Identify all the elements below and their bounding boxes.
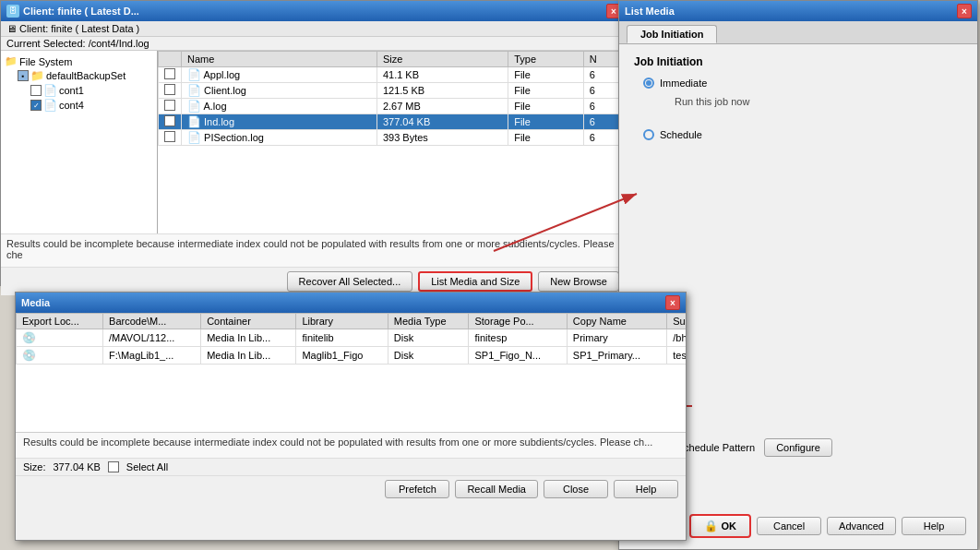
list-media-close-btn[interactable]: × — [957, 4, 972, 18]
new-browse-button[interactable]: New Browse — [538, 271, 619, 292]
main-content-area: 📁 File System ▪ 📁 defaultBackupSet 📄 con… — [1, 51, 627, 233]
tree-checkbox-cont4[interactable]: ✓ — [30, 100, 42, 111]
schedule-label: Schedule — [660, 129, 702, 140]
help-button[interactable]: Help — [902, 517, 966, 535]
advanced-button[interactable]: Advanced — [827, 517, 896, 535]
list-media-titlebar: List Media × — [619, 1, 977, 21]
client-icon: 🖥 — [6, 23, 17, 34]
client-name: Client: finite ( Latest Data ) — [19, 23, 139, 34]
tree-item-cont4[interactable]: ✓ 📄 cont4 — [5, 98, 153, 113]
list-media-size-button[interactable]: List Media and Size — [418, 271, 532, 292]
immediate-label: Immediate — [660, 78, 707, 89]
table-row[interactable]: 📄 A.log 2.67 MB File 6 — [159, 99, 627, 114]
folder-icon-defaultbackupset: 📁 — [30, 69, 44, 82]
media-status-text: Results could be incomplete because inte… — [23, 436, 652, 448]
media-help-button[interactable]: Help — [614, 480, 678, 498]
tab-job-initiation[interactable]: Job Initiation — [627, 25, 717, 43]
tree-label-defaultbackupset: defaultBackupSet — [46, 70, 125, 81]
col-name: Name — [182, 52, 377, 67]
select-all-label: Select All — [126, 461, 168, 472]
file-icon-a: 📄 — [187, 100, 201, 113]
tree-label-cont4: cont4 — [59, 100, 84, 111]
media-row1-icon: 💿 — [22, 331, 36, 344]
radio-immediate[interactable]: Immediate — [643, 78, 962, 89]
row-checkbox-ind[interactable] — [164, 115, 175, 126]
main-title: Client: finite ( Latest D... — [23, 6, 603, 17]
tree-root: 📁 File System — [5, 54, 153, 68]
media-size-row: Size: 377.04 KB Select All — [16, 459, 686, 476]
media-dialog: Media × Export Loc... Barcode\M... Conta… — [15, 292, 687, 541]
main-status-bar: Results could be incomplete because inte… — [1, 233, 627, 267]
window-icon: 🗄 — [6, 5, 19, 18]
dialog-footer: 🔒 OK Cancel Advanced Help — [689, 514, 966, 538]
row-checkbox-pi[interactable] — [164, 131, 175, 142]
client-info-bar: 🖥 Client: finite ( Latest Data ) — [1, 21, 627, 37]
radio-group-initiation: Immediate Run this job now Schedule — [643, 78, 962, 140]
table-row-selected[interactable]: 📄 Ind.log 377.04 KB File 6 — [159, 114, 627, 130]
recall-media-button[interactable]: Recall Media — [455, 480, 538, 498]
main-window: 🗄 Client: finite ( Latest D... × 🖥 Clien… — [0, 0, 627, 286]
col-checkbox — [159, 52, 182, 67]
table-row[interactable]: 📄 Appl.log 41.1 KB File 6 — [159, 67, 627, 83]
media-titlebar: Media × — [16, 293, 686, 313]
file-table: Name Size Type N 📄 Appl.log 41.1 KB File… — [158, 51, 627, 146]
col-type: Type — [508, 52, 583, 67]
file-system-tree[interactable]: 📁 File System ▪ 📁 defaultBackupSet 📄 con… — [1, 51, 158, 233]
media-table-wrapper[interactable]: Export Loc... Barcode\M... Container Lib… — [16, 313, 686, 433]
tree-item-defaultbackupset[interactable]: ▪ 📁 defaultBackupSet — [5, 68, 153, 83]
list-media-title: List Media — [625, 6, 957, 17]
media-col-library: Library — [296, 314, 388, 329]
media-row2-icon: 💿 — [22, 349, 36, 362]
file-icon-pi: 📄 — [187, 131, 201, 144]
tree-item-cont1[interactable]: 📄 cont1 — [5, 83, 153, 98]
current-selected: Current Selected: /cont4/Ind.log — [1, 37, 627, 51]
row-checkbox-appl[interactable] — [164, 68, 175, 79]
file-icon-appl: 📄 — [187, 68, 201, 81]
media-status-bar: Results could be incomplete because inte… — [16, 433, 686, 459]
table-row[interactable]: 📄 Client.log 121.5 KB File 6 — [159, 83, 627, 99]
media-table-row[interactable]: 💿 F:\MagLib1_... Media In Lib... Maglib1… — [17, 347, 687, 365]
radio-circle-schedule[interactable] — [643, 129, 654, 140]
cancel-button[interactable]: Cancel — [757, 517, 821, 535]
media-table: Export Loc... Barcode\M... Container Lib… — [16, 313, 686, 365]
media-col-storage: Storage Po... — [469, 314, 567, 329]
ok-button[interactable]: 🔒 OK — [689, 514, 752, 538]
media-dialog-title: Media — [21, 297, 665, 308]
dialog-body: Job Initiation Immediate Run this job no… — [619, 44, 977, 151]
media-footer: Prefetch Recall Media Close Help — [16, 476, 686, 502]
size-value: 377.04 KB — [53, 461, 100, 472]
row-checkbox-a[interactable] — [164, 100, 175, 111]
file-icon-client: 📄 — [187, 84, 201, 97]
tree-checkbox-cont1[interactable] — [30, 85, 42, 96]
media-col-copyname: Copy Name — [567, 314, 666, 329]
run-now-text: Run this job now — [675, 96, 962, 107]
tab-strip: Job Initiation — [619, 21, 977, 44]
prefetch-button[interactable]: Prefetch — [385, 480, 449, 498]
folder-icon-cont4: 📄 — [43, 99, 57, 112]
row-checkbox-client[interactable] — [164, 84, 175, 95]
media-close-button[interactable]: Close — [544, 480, 608, 498]
radio-circle-immediate[interactable] — [643, 78, 654, 89]
media-col-barcode: Barcode\M... — [103, 314, 201, 329]
table-row[interactable]: 📄 PISection.log 393 Bytes File 6 — [159, 130, 627, 146]
media-col-subclient: Subclient — [667, 314, 686, 329]
configure-button[interactable]: Configure — [764, 438, 832, 457]
media-table-row[interactable]: 💿 /MAVOL/112... Media In Lib... finiteli… — [17, 329, 687, 347]
recover-selected-button[interactable]: Recover All Selected... — [287, 271, 413, 292]
file-list-panel[interactable]: Name Size Type N 📄 Appl.log 41.1 KB File… — [158, 51, 627, 233]
main-titlebar: 🗄 Client: finite ( Latest D... × — [1, 1, 627, 21]
tree-root-icon: 📁 — [5, 55, 18, 67]
media-col-exportloc: Export Loc... — [17, 314, 103, 329]
tree-label-cont1: cont1 — [59, 85, 84, 96]
dialog-section-title: Job Initiation — [634, 55, 962, 68]
radio-schedule[interactable]: Schedule — [643, 129, 962, 140]
media-col-container: Container — [201, 314, 296, 329]
status-text: Results could be incomplete because inte… — [6, 238, 615, 260]
folder-icon-cont1: 📄 — [43, 84, 57, 97]
size-label: Size: — [23, 461, 45, 472]
media-close-btn[interactable]: × — [665, 295, 680, 310]
tree-root-label: File System — [19, 56, 72, 67]
select-all-checkbox[interactable] — [108, 461, 119, 472]
col-size: Size — [376, 52, 508, 67]
tree-checkbox-defaultbackupset[interactable]: ▪ — [18, 70, 29, 81]
